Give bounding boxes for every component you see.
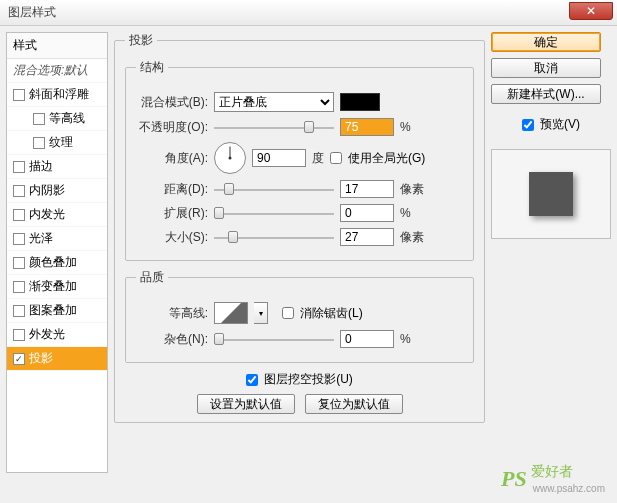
global-light-checkbox[interactable] xyxy=(330,152,342,164)
noise-input[interactable]: 0 xyxy=(340,330,394,348)
style-label: 渐变叠加 xyxy=(29,278,77,295)
checkbox[interactable]: ✓ xyxy=(13,353,25,365)
style-row-color-overlay[interactable]: 颜色叠加 xyxy=(7,251,107,275)
checkbox[interactable] xyxy=(13,233,25,245)
preview-box xyxy=(491,149,611,239)
watermark-sub: www.psahz.com xyxy=(533,483,605,494)
distance-unit: 像素 xyxy=(400,181,424,198)
global-light-label: 使用全局光(G) xyxy=(348,150,425,167)
style-label: 纹理 xyxy=(49,134,73,151)
size-label: 大小(S): xyxy=(136,229,208,246)
structure-group: 结构 混合模式(B): 正片叠底 不透明度(O): 75 % 角度(A): 90 xyxy=(125,59,474,261)
distance-slider[interactable] xyxy=(214,181,334,197)
style-row-pattern-overlay[interactable]: 图案叠加 xyxy=(7,299,107,323)
style-row-satin[interactable]: 光泽 xyxy=(7,227,107,251)
spread-input[interactable]: 0 xyxy=(340,204,394,222)
style-row-texture[interactable]: 纹理 xyxy=(7,131,107,155)
style-label: 等高线 xyxy=(49,110,85,127)
style-row-gradient-overlay[interactable]: 渐变叠加 xyxy=(7,275,107,299)
checkbox[interactable] xyxy=(33,137,45,149)
knockout-checkbox[interactable] xyxy=(246,374,258,386)
distance-input[interactable]: 17 xyxy=(340,180,394,198)
styles-list: 混合选项:默认 斜面和浮雕 等高线 纹理 描边 内阴影 内发光 光泽 颜色叠加 … xyxy=(7,59,107,371)
style-row-outer-glow[interactable]: 外发光 xyxy=(7,323,107,347)
style-row-inner-shadow[interactable]: 内阴影 xyxy=(7,179,107,203)
checkbox[interactable] xyxy=(13,161,25,173)
checkbox[interactable] xyxy=(13,281,25,293)
size-unit: 像素 xyxy=(400,229,424,246)
preview-swatch xyxy=(529,172,573,216)
checkbox[interactable] xyxy=(13,209,25,221)
titlebar: 图层样式 ✕ xyxy=(0,0,617,26)
style-row-contour[interactable]: 等高线 xyxy=(7,107,107,131)
contour-picker[interactable] xyxy=(214,302,248,324)
style-label: 投影 xyxy=(29,350,53,367)
shadow-color-swatch[interactable] xyxy=(340,93,380,111)
quality-legend: 品质 xyxy=(136,269,168,286)
structure-legend: 结构 xyxy=(136,59,168,76)
angle-dial[interactable] xyxy=(214,142,246,174)
watermark-text: 爱好者 xyxy=(531,463,573,479)
blending-options-row[interactable]: 混合选项:默认 xyxy=(7,59,107,83)
opacity-unit: % xyxy=(400,120,411,134)
style-label: 斜面和浮雕 xyxy=(29,86,89,103)
angle-unit: 度 xyxy=(312,150,324,167)
close-button[interactable]: ✕ xyxy=(569,2,613,20)
cancel-button[interactable]: 取消 xyxy=(491,58,601,78)
checkbox[interactable] xyxy=(13,329,25,341)
style-row-bevel[interactable]: 斜面和浮雕 xyxy=(7,83,107,107)
size-slider[interactable] xyxy=(214,229,334,245)
style-label: 图案叠加 xyxy=(29,302,77,319)
noise-label: 杂色(N): xyxy=(136,331,208,348)
styles-header: 样式 xyxy=(7,33,107,59)
style-label: 内发光 xyxy=(29,206,65,223)
drop-shadow-group: 投影 结构 混合模式(B): 正片叠底 不透明度(O): 75 % 角度(A): xyxy=(114,32,485,423)
preview-label: 预览(V) xyxy=(540,116,580,133)
opacity-input[interactable]: 75 xyxy=(340,118,394,136)
contour-label: 等高线: xyxy=(136,305,208,322)
new-style-button[interactable]: 新建样式(W)... xyxy=(491,84,601,104)
group-title: 投影 xyxy=(125,32,157,49)
style-label: 外发光 xyxy=(29,326,65,343)
style-label: 描边 xyxy=(29,158,53,175)
spread-unit: % xyxy=(400,206,411,220)
antialias-checkbox[interactable] xyxy=(282,307,294,319)
distance-label: 距离(D): xyxy=(136,181,208,198)
opacity-slider[interactable] xyxy=(214,119,334,135)
spread-slider[interactable] xyxy=(214,205,334,221)
style-row-stroke[interactable]: 描边 xyxy=(7,155,107,179)
checkbox[interactable] xyxy=(13,257,25,269)
antialias-label: 消除锯齿(L) xyxy=(300,305,363,322)
styles-panel: 样式 混合选项:默认 斜面和浮雕 等高线 纹理 描边 内阴影 内发光 光泽 颜色… xyxy=(6,32,108,473)
quality-group: 品质 等高线: ▾ 消除锯齿(L) 杂色(N): 0 % xyxy=(125,269,474,363)
blend-mode-label: 混合模式(B): xyxy=(136,94,208,111)
contour-dropdown[interactable]: ▾ xyxy=(254,302,268,324)
noise-slider[interactable] xyxy=(214,331,334,347)
opacity-label: 不透明度(O): xyxy=(136,119,208,136)
ok-button[interactable]: 确定 xyxy=(491,32,601,52)
close-icon: ✕ xyxy=(586,4,596,18)
reset-default-button[interactable]: 复位为默认值 xyxy=(305,394,403,414)
window-title: 图层样式 xyxy=(8,4,56,21)
size-input[interactable]: 27 xyxy=(340,228,394,246)
style-row-drop-shadow[interactable]: ✓投影 xyxy=(7,347,107,371)
noise-unit: % xyxy=(400,332,411,346)
make-default-button[interactable]: 设置为默认值 xyxy=(197,394,295,414)
style-label: 颜色叠加 xyxy=(29,254,77,271)
watermark: PS 爱好者 www.psahz.com xyxy=(501,463,605,495)
blend-mode-select[interactable]: 正片叠底 xyxy=(214,92,334,112)
spread-label: 扩展(R): xyxy=(136,205,208,222)
style-row-inner-glow[interactable]: 内发光 xyxy=(7,203,107,227)
watermark-logo: PS xyxy=(501,466,527,492)
angle-input[interactable]: 90 xyxy=(252,149,306,167)
checkbox[interactable] xyxy=(13,89,25,101)
checkbox[interactable] xyxy=(13,185,25,197)
preview-checkbox[interactable] xyxy=(522,119,534,131)
style-label: 内阴影 xyxy=(29,182,65,199)
angle-label: 角度(A): xyxy=(136,150,208,167)
blending-options-label: 混合选项:默认 xyxy=(13,62,88,79)
checkbox[interactable] xyxy=(13,305,25,317)
checkbox[interactable] xyxy=(33,113,45,125)
knockout-label: 图层挖空投影(U) xyxy=(264,371,353,388)
style-label: 光泽 xyxy=(29,230,53,247)
